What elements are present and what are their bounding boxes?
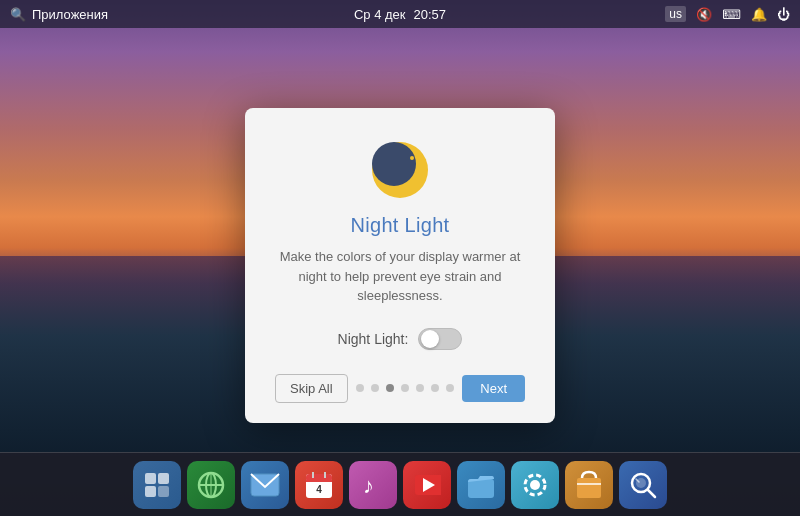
dot-5 — [416, 384, 424, 392]
dot-6 — [431, 384, 439, 392]
power-icon[interactable]: ⏻ — [777, 7, 790, 22]
next-button[interactable]: Next — [462, 375, 525, 402]
moon-icon — [368, 138, 432, 202]
dock-item-mail[interactable] — [241, 461, 289, 509]
taskbar-dock: 4 ♪ — [0, 452, 800, 516]
dock-item-browser[interactable] — [187, 461, 235, 509]
svg-point-24 — [530, 480, 540, 490]
skip-all-button[interactable]: Skip All — [275, 374, 348, 403]
svg-point-2 — [410, 156, 414, 160]
dot-3 — [386, 384, 394, 392]
topbar-apps-label[interactable]: Приложения — [32, 7, 108, 22]
svg-rect-7 — [145, 486, 156, 497]
dock-item-store[interactable] — [565, 461, 613, 509]
svg-text:♪: ♪ — [363, 473, 374, 498]
svg-point-4 — [414, 179, 416, 181]
keyboard-icon[interactable]: ⌨ — [722, 7, 741, 22]
bell-icon[interactable]: 🔔 — [751, 7, 767, 22]
dock-item-search[interactable] — [619, 461, 667, 509]
topbar-datetime: Ср 4 дек 20:57 — [354, 7, 446, 22]
topbar-date: Ср 4 дек — [354, 7, 406, 22]
svg-rect-6 — [158, 473, 169, 484]
dot-4 — [401, 384, 409, 392]
svg-line-29 — [648, 490, 655, 497]
topbar-right: us 🔇 ⌨ 🔔 ⏻ — [665, 6, 790, 22]
dot-7 — [446, 384, 454, 392]
night-light-dialog: Night Light Make the colors of your disp… — [245, 108, 555, 423]
svg-point-1 — [372, 142, 416, 186]
dot-1 — [356, 384, 364, 392]
night-light-toggle[interactable] — [418, 328, 462, 350]
dock-item-settings[interactable] — [511, 461, 559, 509]
topbar: 🔍 Приложения Ср 4 дек 20:57 us 🔇 ⌨ 🔔 ⏻ — [0, 0, 800, 28]
dialog-description: Make the colors of your display warmer a… — [275, 247, 525, 306]
svg-rect-23 — [468, 479, 494, 498]
dialog-title: Night Light — [351, 214, 450, 237]
pagination-dots — [356, 384, 454, 392]
night-light-toggle-row: Night Light: — [338, 328, 463, 350]
svg-text:4: 4 — [316, 484, 322, 495]
svg-rect-5 — [145, 473, 156, 484]
dialog-footer: Skip All Next — [275, 374, 525, 403]
svg-rect-26 — [577, 478, 601, 498]
dock-item-files[interactable] — [457, 461, 505, 509]
topbar-left: 🔍 Приложения — [10, 7, 108, 22]
svg-point-3 — [417, 167, 420, 170]
svg-rect-8 — [158, 486, 169, 497]
toggle-label: Night Light: — [338, 331, 409, 347]
topbar-time: 20:57 — [414, 7, 447, 22]
dock-item-calendar[interactable]: 4 — [295, 461, 343, 509]
desktop: 🔍 Приложения Ср 4 дек 20:57 us 🔇 ⌨ 🔔 ⏻ — [0, 0, 800, 516]
svg-rect-16 — [306, 480, 332, 482]
search-icon: 🔍 — [10, 7, 26, 22]
dock-item-video[interactable] — [403, 461, 451, 509]
volume-icon[interactable]: 🔇 — [696, 7, 712, 22]
topbar-lang[interactable]: us — [665, 6, 686, 22]
dot-2 — [371, 384, 379, 392]
dock-item-multitask[interactable] — [133, 461, 181, 509]
dock-item-music[interactable]: ♪ — [349, 461, 397, 509]
